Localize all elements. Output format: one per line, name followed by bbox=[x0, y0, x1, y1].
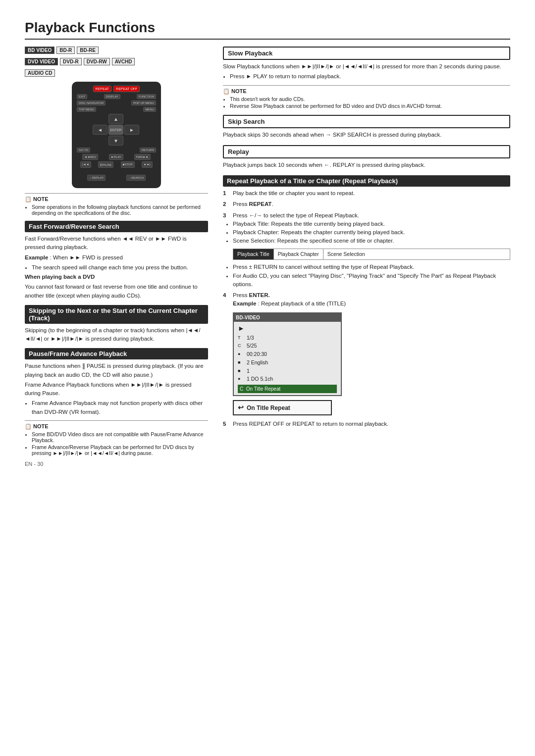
step-4-example: Example : Repeat playback of a title (TI… bbox=[233, 300, 346, 308]
slow-playback-content: Slow Playback functions when ►►|/|II►/|►… bbox=[223, 62, 510, 81]
d-down: ▼ bbox=[108, 136, 123, 146]
slow-note-2: Reverse Slow Playback cannot be performe… bbox=[230, 103, 510, 109]
remote-btn-stop: ■STOP bbox=[121, 161, 135, 168]
remote-btn-skip-prev: |◄◄ bbox=[80, 161, 91, 168]
step-1: 1 Play back the title or chapter you wan… bbox=[223, 189, 510, 198]
ff-dvd-text: You cannot fast forward or fast reverse … bbox=[25, 283, 208, 300]
note-title-pause: 📋 NOTE bbox=[25, 423, 208, 430]
remote-btn-disc-nav: DISC NAVIGATOR bbox=[77, 101, 106, 105]
repeat-playback-header: Repeat Playback of a Title or Chapter (R… bbox=[223, 175, 510, 187]
d-right: ► bbox=[124, 125, 139, 135]
pause-body2: Frame Advance Playback functions when ►►… bbox=[25, 381, 208, 398]
section-skipping-content: Skipping (to the beginning of a chapter … bbox=[25, 326, 208, 344]
note-icon-left: 📋 bbox=[25, 196, 32, 202]
badge-avchd: AVCHD bbox=[112, 58, 135, 65]
remote-btn-return: RETURN bbox=[140, 148, 156, 152]
badge-bd-video: BD VIDEO bbox=[25, 47, 54, 54]
skip-search-header: Skip Search bbox=[223, 115, 510, 128]
ff-body: Fast Forward/Reverse functions when ◄◄ R… bbox=[25, 235, 208, 252]
badge-dvd-rw: DVD-RW bbox=[84, 58, 110, 65]
remote-btn-function: FUNCTION bbox=[137, 94, 156, 99]
disc-badges-row2: DVD VIDEO DVD-R DVD-RW AVCHD bbox=[25, 58, 208, 65]
step-3-content: Press ←/→ to select the type of Repeat P… bbox=[233, 211, 510, 289]
section-pause-content: Pause functions when ‖ PAUSE is pressed … bbox=[25, 362, 208, 416]
remote-btn-pop-menu: POP UP MENU bbox=[131, 101, 156, 105]
remote-btn-replay: ←REPLAY bbox=[87, 175, 106, 181]
remote-btn-menu: MENU bbox=[143, 107, 156, 112]
display-row-c: C5/25 bbox=[238, 342, 337, 350]
note-list-left: Some operations in the following playbac… bbox=[25, 204, 208, 216]
page-title: Playback Functions bbox=[25, 20, 510, 40]
remote-btn-fwd: FWD►► bbox=[134, 154, 151, 160]
transport-row3: ←REPLAY →SEARCH bbox=[77, 175, 156, 181]
transport-row1: ◄◄REV ►PLAY FWD►► bbox=[77, 154, 156, 160]
step-4-content: Press ENTER. Example : Repeat playback o… bbox=[233, 291, 346, 417]
d-up: ▲ bbox=[108, 114, 123, 124]
right-column: Slow Playback Slow Playback functions wh… bbox=[223, 47, 510, 467]
step-1-text: Play back the title or chapter you want … bbox=[233, 189, 355, 198]
replay-body: Playback jumps back 10 seconds when ←. R… bbox=[223, 161, 510, 169]
step-5: 5 Press REPEAT OFF or REPEAT to return t… bbox=[223, 420, 510, 428]
ff-example-label: Example bbox=[25, 254, 48, 260]
skip-body: Skipping (to the beginning of a chapter … bbox=[25, 326, 208, 344]
tab-playback-title[interactable]: Playback Title bbox=[233, 249, 274, 260]
remote-btn-pause: ‖PAUSE bbox=[98, 161, 113, 168]
tab-scene-selection[interactable]: Scene Selection bbox=[323, 249, 369, 260]
slow-body: Slow Playback functions when ►►|/|II►/|►… bbox=[223, 62, 510, 71]
step-2-text: Press REPEAT. bbox=[233, 200, 273, 208]
step-3-bullet-3: Scene Selection: Repeats the specified s… bbox=[233, 237, 510, 245]
tab-note-1: Press ± RETURN to cancel without setting… bbox=[233, 263, 510, 271]
note-list-pause: Some BD/DVD Video discs are not compatib… bbox=[25, 431, 208, 456]
step-4-example-text: : Repeat playback of a title (TITLE) bbox=[258, 301, 346, 306]
note-icon-pause: 📋 bbox=[25, 423, 32, 429]
d-pad: ▲ ◄ ENTER ► ▼ bbox=[93, 114, 140, 146]
remote-btn-rev: ◄◄REV bbox=[82, 154, 98, 160]
note-title-slow: 📋 NOTE bbox=[223, 88, 510, 95]
step-5-num: 5 bbox=[223, 420, 230, 428]
step-5-text: Press REPEAT OFF or REPEAT to return to … bbox=[233, 420, 388, 428]
display-row-highlight: C On Title Repeat bbox=[238, 385, 337, 393]
step-1-num: 1 bbox=[223, 189, 230, 198]
pause-bullet: Frame Advance Playback may not function … bbox=[32, 399, 208, 416]
remote-btn-repeat-off: REPEAT OFF bbox=[113, 86, 140, 92]
note-list-slow: This doesn't work for audio CDs. Reverse… bbox=[223, 96, 510, 109]
display-row-audio: ●1 DO 5.1ch bbox=[238, 375, 337, 383]
slow-bullet: Press ► PLAY to return to normal playbac… bbox=[230, 72, 510, 81]
section-skip-search: Skip Search Playback skips 30 seconds ah… bbox=[223, 115, 510, 139]
step-3-text: Press ←/→ to select the type of Repeat P… bbox=[233, 211, 510, 220]
pause-note-1: Some BD/DVD Video discs are not compatib… bbox=[32, 431, 208, 443]
ff-dvd-header: When playing back a DVD bbox=[25, 273, 208, 281]
remote-btn-display: DISPLAY bbox=[104, 94, 120, 99]
step-4-text: Press ENTER. bbox=[233, 291, 346, 300]
note-box-slow: 📋 NOTE This doesn't work for audio CDs. … bbox=[223, 85, 510, 109]
badge-bd-r: BD-R bbox=[56, 47, 75, 54]
replay-content: Playback jumps back 10 seconds when ←. R… bbox=[223, 161, 510, 169]
remote-btn-top-menu: TOP MENU bbox=[77, 107, 96, 112]
tab-note-2: For Audio CD, you can select "Playing Di… bbox=[233, 272, 510, 289]
display-row-t: T1/3 bbox=[238, 334, 337, 342]
enter-bold: ENTER. bbox=[249, 292, 270, 298]
pause-note-2: Frame Advance/Reverse Playback can be pe… bbox=[32, 444, 208, 456]
step-2-num: 2 bbox=[223, 200, 230, 208]
display-header: BD-VIDEO bbox=[234, 313, 341, 322]
skip-search-content: Playback skips 30 seconds ahead when → S… bbox=[223, 131, 510, 139]
step-2: 2 Press REPEAT. bbox=[223, 200, 510, 208]
pause-body1: Pause functions when ‖ PAUSE is pressed … bbox=[25, 362, 208, 379]
section-replay: Replay Playback jumps back 10 seconds wh… bbox=[223, 145, 510, 169]
section-repeat-playback: Repeat Playback of a Title or Chapter (R… bbox=[223, 175, 510, 428]
page-number: EN - 30 bbox=[25, 461, 208, 467]
badge-audio-cd: AUDIO CD bbox=[25, 69, 55, 77]
tab-playback-chapter[interactable]: Playback Chapter bbox=[274, 249, 323, 260]
disc-badges-row3: AUDIO CD bbox=[25, 69, 208, 77]
d-enter: ENTER bbox=[108, 125, 123, 135]
note-item-left-1: Some operations in the following playbac… bbox=[32, 204, 208, 216]
step-4-example-label: Example bbox=[233, 301, 256, 306]
slow-playback-header: Slow Playback bbox=[223, 47, 510, 60]
slow-note-1: This doesn't work for audio CDs. bbox=[230, 96, 510, 102]
display-row-lang: ■2 English bbox=[238, 359, 337, 367]
remote-btn-skip-next: ►►| bbox=[142, 161, 152, 168]
step-3: 3 Press ←/→ to select the type of Repeat… bbox=[223, 211, 510, 289]
remote-btn-play: ►PLAY bbox=[109, 154, 123, 160]
disc-badges-row1: BD VIDEO BD-R BD-RE bbox=[25, 47, 208, 54]
remote-control: REPEAT REPEAT OFF EXIT DISPLAY FUNCTION … bbox=[72, 82, 161, 188]
